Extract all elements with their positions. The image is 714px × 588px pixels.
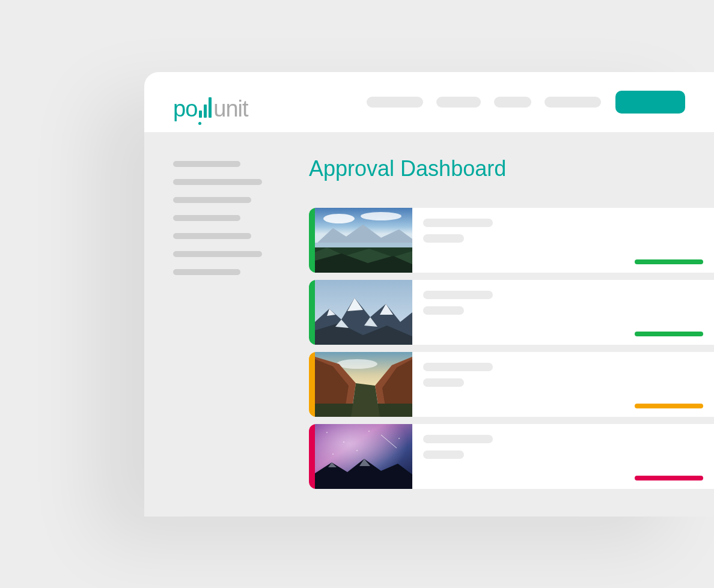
card-body (412, 352, 714, 417)
sidebar-item[interactable] (173, 233, 251, 239)
status-strip (309, 208, 315, 273)
body: Approval Dashboard (144, 132, 714, 489)
approval-card[interactable] (309, 352, 714, 417)
card-title-placeholder (423, 363, 493, 371)
svg-point-28 (326, 432, 328, 433)
svg-point-31 (398, 438, 400, 439)
svg-point-32 (356, 450, 358, 451)
status-indicator (635, 332, 703, 336)
primary-cta-button[interactable] (615, 91, 685, 114)
approval-cards (309, 208, 714, 489)
status-strip (309, 352, 315, 417)
card-subtitle-placeholder (423, 378, 464, 387)
nav-link-2[interactable] (436, 97, 481, 108)
svg-point-1 (323, 214, 355, 223)
sidebar-item[interactable] (173, 161, 240, 167)
card-thumbnail (315, 280, 412, 345)
card-title-placeholder (423, 291, 493, 299)
approval-card[interactable] (309, 424, 714, 489)
card-body (412, 424, 714, 489)
app-window: po unit Approva (144, 72, 714, 517)
card-thumbnail (315, 208, 412, 273)
status-indicator (635, 404, 703, 408)
sidebar-item[interactable] (173, 215, 240, 221)
card-thumbnail (315, 424, 412, 489)
status-strip (309, 280, 315, 345)
header: po unit (144, 72, 714, 132)
sidebar (173, 156, 280, 489)
card-title-placeholder (423, 219, 493, 227)
card-body (412, 280, 714, 345)
approval-card[interactable] (309, 208, 714, 273)
card-subtitle-placeholder (423, 306, 464, 315)
card-body (412, 208, 714, 273)
main-content: Approval Dashboard (280, 156, 714, 489)
nav-link-4[interactable] (545, 97, 601, 108)
card-subtitle-placeholder (423, 450, 464, 459)
nav-links (367, 97, 601, 108)
sidebar-item[interactable] (173, 251, 262, 257)
status-indicator (635, 476, 703, 480)
approval-card[interactable] (309, 280, 714, 345)
sidebar-item[interactable] (173, 197, 251, 203)
card-subtitle-placeholder (423, 234, 464, 243)
page-title: Approval Dashboard (309, 156, 714, 181)
svg-point-30 (368, 431, 370, 432)
svg-point-2 (361, 212, 401, 220)
sidebar-item[interactable] (173, 269, 240, 275)
svg-point-29 (343, 441, 344, 443)
svg-point-18 (337, 359, 377, 369)
status-strip (309, 424, 315, 489)
card-title-placeholder (423, 435, 493, 443)
status-indicator (635, 259, 703, 264)
nav-link-1[interactable] (367, 97, 423, 108)
logo-bars-icon (199, 97, 212, 118)
card-thumbnail (315, 352, 412, 417)
logo-text-unit: unit (213, 97, 248, 120)
logo-dot-icon (198, 122, 201, 125)
svg-point-33 (332, 453, 334, 455)
logo-text-poll: po (173, 97, 197, 120)
nav-link-3[interactable] (494, 97, 531, 108)
sidebar-item[interactable] (173, 179, 262, 185)
logo[interactable]: po unit (173, 84, 248, 120)
